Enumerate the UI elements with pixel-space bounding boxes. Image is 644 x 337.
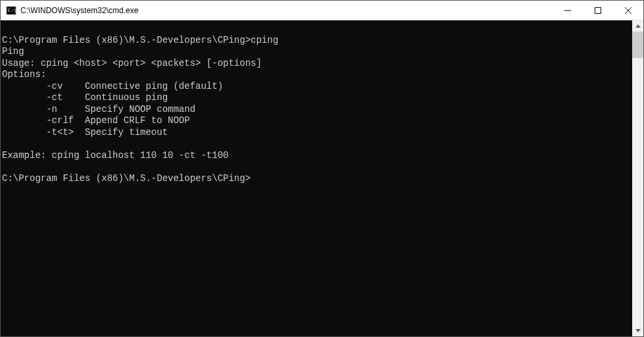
scrollbar-track[interactable]: [632, 32, 643, 325]
maximize-button[interactable]: [583, 1, 613, 20]
vertical-scrollbar[interactable]: [632, 20, 643, 336]
scroll-down-button[interactable]: [632, 325, 643, 336]
window-controls: [553, 1, 643, 20]
minimize-button[interactable]: [553, 1, 583, 20]
svg-text:C:\: C:\: [8, 8, 16, 13]
console-output[interactable]: C:\Program Files (x86)\M.S.-Developers\C…: [1, 20, 632, 336]
svg-marker-7: [635, 329, 641, 332]
console-wrapper: C:\Program Files (x86)\M.S.-Developers\C…: [1, 20, 643, 336]
scrollbar-thumb[interactable]: [632, 32, 643, 58]
window-title: C:\WINDOWS\system32\cmd.exe: [20, 6, 553, 15]
window-titlebar: C:\ C:\WINDOWS\system32\cmd.exe: [1, 1, 643, 20]
scroll-up-button[interactable]: [632, 20, 643, 32]
svg-marker-6: [635, 24, 641, 28]
close-button[interactable]: [613, 1, 643, 20]
svg-rect-3: [595, 7, 601, 13]
cmd-icon: C:\: [6, 5, 16, 16]
